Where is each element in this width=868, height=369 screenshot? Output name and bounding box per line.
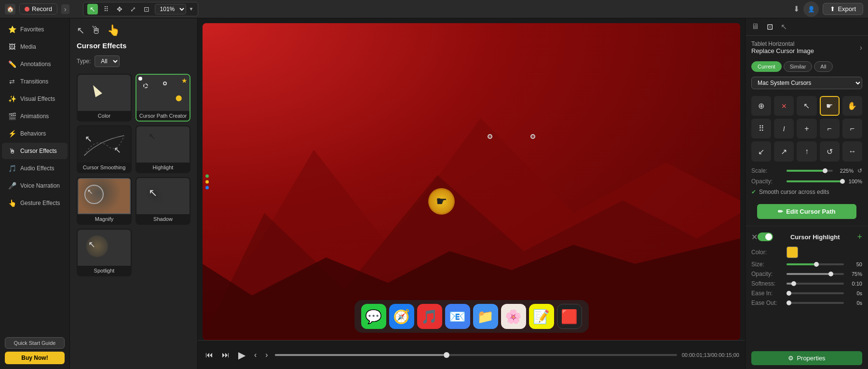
highlight-add-button[interactable]: + bbox=[857, 232, 862, 242]
highlight-size-slider[interactable] bbox=[787, 263, 844, 265]
buy-now-button[interactable]: Buy Now! bbox=[5, 352, 65, 364]
dock-icon-photos[interactable]: 🌸 bbox=[501, 304, 526, 329]
tab-similar[interactable]: Similar bbox=[784, 61, 813, 72]
highlight-ease-out-slider[interactable] bbox=[787, 302, 844, 304]
highlight-close-button[interactable]: ✕ bbox=[751, 232, 758, 242]
control-point-1[interactable] bbox=[488, 134, 492, 139]
sidebar-item-audio-effects[interactable]: 🎵 Audio Effects bbox=[2, 160, 68, 177]
dock-icon-messages[interactable]: 💬 bbox=[361, 304, 386, 329]
sidebar-item-annotations[interactable]: ✏️ Annotations bbox=[2, 56, 68, 72]
effect-card-spotlight[interactable]: ↖ Spotlight bbox=[77, 229, 132, 276]
type-select[interactable]: All bbox=[95, 55, 120, 67]
panel-collapse-icon[interactable]: › bbox=[860, 43, 862, 52]
timeline-handle[interactable] bbox=[444, 352, 449, 358]
sidebar-item-visual-effects[interactable]: ✨ Visual Effects bbox=[2, 91, 68, 107]
timeline-step-back-button[interactable]: ⏭ bbox=[220, 349, 231, 361]
export-button[interactable]: ⬆ Export bbox=[823, 3, 863, 15]
dock-icon-safari[interactable]: 🧭 bbox=[389, 304, 414, 329]
tab-current[interactable]: Current bbox=[751, 61, 782, 72]
cursor-cell-x[interactable]: ✕ bbox=[774, 96, 794, 116]
sidebar-item-gesture-effects[interactable]: 👆 Gesture Effects bbox=[2, 195, 68, 211]
effect-card-highlight[interactable]: ↖ Highlight bbox=[136, 125, 190, 173]
highlight-color-swatch[interactable] bbox=[787, 246, 798, 258]
cursor-cell-text[interactable]: I bbox=[774, 119, 794, 138]
zoom-select[interactable]: 101% bbox=[155, 4, 186, 14]
cursor-cell-arrow-up[interactable]: ↑ bbox=[797, 141, 816, 161]
expand-button[interactable]: › bbox=[61, 4, 69, 14]
smooth-checkbox[interactable]: ✔ bbox=[751, 189, 756, 195]
tab-icon-arrow[interactable]: ↖ bbox=[777, 18, 791, 35]
preview-canvas: ☛ 💬 🧭 🎵 📧 📁 🌸 📝 🟥 bbox=[203, 23, 740, 340]
sidebar-item-favorites[interactable]: ⭐ Favorites bbox=[2, 21, 68, 38]
cursor-cell-corner[interactable]: ⌐ bbox=[842, 119, 862, 138]
edit-cursor-path-button[interactable]: ✏ Edit Cursor Path bbox=[757, 204, 856, 219]
cursor-cell-diag1[interactable]: ↙ bbox=[751, 141, 771, 161]
smooth-cursor-row[interactable]: ✔ Smooth cursor across edits bbox=[746, 187, 868, 197]
gesture-effects-icon: 👆 bbox=[8, 199, 16, 207]
dock-icon-mail[interactable]: 📧 bbox=[445, 304, 470, 329]
timeline-prev-button[interactable]: ‹ bbox=[252, 349, 258, 361]
opacity-label: Opacity: bbox=[751, 178, 783, 185]
timeline-next-button[interactable]: › bbox=[263, 349, 270, 361]
cursor-cell-hand[interactable]: ☛ bbox=[820, 96, 840, 116]
highlight-ease-in-slider[interactable] bbox=[787, 292, 844, 294]
tab-icon-cursor[interactable]: ⊡ bbox=[763, 18, 777, 35]
dock-icon-notes[interactable]: 📝 bbox=[529, 304, 554, 329]
scale-tool[interactable]: ⤢ bbox=[128, 4, 138, 14]
sidebar-item-transitions[interactable]: ⇄ Transitions bbox=[2, 73, 68, 90]
cursor-cell-l-shape[interactable]: ⌐ bbox=[820, 119, 840, 138]
effect-card-cursor-path[interactable]: ★ ⬤ Cursor Path Creator bbox=[136, 74, 190, 122]
cursor-cell-plus[interactable]: + bbox=[797, 119, 816, 138]
replace-header: Tablet Horizontal Replace Cursor Image › bbox=[746, 36, 868, 59]
tab-all[interactable]: All bbox=[814, 61, 832, 72]
sidebar-item-voice-narration[interactable]: 🎤 Voice Narration bbox=[2, 178, 68, 194]
panel-title: Tablet Horizontal Replace Cursor Image bbox=[751, 41, 814, 55]
effects-header: ↖ 🖱 👆 Cursor Effects bbox=[70, 18, 197, 54]
highlight-opacity-slider[interactable] bbox=[787, 273, 844, 275]
crop-tool[interactable]: ⊡ bbox=[141, 4, 152, 14]
properties-button[interactable]: ⚙ Properties bbox=[751, 351, 862, 365]
dock-icon-focusfox[interactable]: 🟥 bbox=[557, 304, 582, 329]
effect-card-magnify[interactable]: ↖ Magnify bbox=[77, 177, 132, 225]
cursor-set-select[interactable]: Mac System Cursors bbox=[751, 77, 862, 89]
hand-cursor-icon[interactable]: 👆 bbox=[107, 24, 120, 37]
quick-start-button[interactable]: Quick Start Guide bbox=[5, 337, 65, 349]
sidebar-label-behaviors: Behaviors bbox=[20, 130, 46, 137]
scale-slider[interactable] bbox=[787, 170, 833, 172]
cursor-tool[interactable]: ↖ bbox=[87, 4, 98, 14]
reset-scale-icon[interactable]: ↺ bbox=[857, 167, 862, 174]
timeline-rewind-button[interactable]: ⏮ bbox=[203, 349, 215, 361]
move-tool[interactable]: ✥ bbox=[114, 4, 125, 14]
sidebar-item-cursor-effects[interactable]: 🖱 Cursor Effects bbox=[2, 143, 68, 159]
cursor-cell-hand2[interactable]: ✋ bbox=[842, 96, 862, 116]
cursor-cell-link[interactable]: ↔ bbox=[842, 141, 862, 161]
dots-tool[interactable]: ⠿ bbox=[101, 4, 111, 14]
sidebar-item-animations[interactable]: 🎬 Animations bbox=[2, 108, 68, 124]
scale-row: Scale: 225% ↺ bbox=[746, 165, 868, 176]
effect-card-color[interactable]: Color bbox=[77, 74, 132, 122]
highlight-softness-slider[interactable] bbox=[787, 283, 844, 285]
timeline-play-button[interactable]: ▶ bbox=[236, 347, 247, 363]
home-button[interactable]: 🏠 bbox=[5, 4, 15, 14]
highlight-toggle[interactable] bbox=[758, 232, 773, 241]
effect-card-shadow[interactable]: ↖ Shadow bbox=[136, 177, 190, 225]
favorites-icon: ⭐ bbox=[8, 25, 16, 34]
effect-card-cursor-smoothing[interactable]: ↖ ↖ Cursor Smoothing bbox=[77, 125, 132, 173]
cursor-cell-diag2[interactable]: ↗ bbox=[774, 141, 794, 161]
record-button[interactable]: Record bbox=[19, 3, 57, 14]
cursor-cell-loop[interactable]: ↺ bbox=[820, 141, 840, 161]
audio-effects-icon: 🎵 bbox=[8, 164, 16, 173]
cursor-cell-arrow[interactable]: ↖ bbox=[797, 96, 816, 116]
arrow-cursor-icon[interactable]: ↖ bbox=[77, 25, 85, 36]
tab-icon-monitor[interactable]: 🖥 bbox=[747, 18, 763, 35]
opacity-slider[interactable] bbox=[787, 180, 841, 182]
cursor-cell-crosshair[interactable]: ⊕ bbox=[751, 96, 771, 116]
dock-icon-files[interactable]: 📁 bbox=[473, 304, 498, 329]
cursor-cell-grip[interactable]: ⠿ bbox=[751, 119, 771, 138]
dock-icon-music[interactable]: 🎵 bbox=[417, 304, 442, 329]
timeline-progress[interactable] bbox=[275, 354, 677, 356]
pointer-cursor-icon[interactable]: 🖱 bbox=[91, 24, 101, 37]
sidebar-item-media[interactable]: 🖼 Media bbox=[2, 39, 68, 55]
sidebar-item-behaviors[interactable]: ⚡ Behaviors bbox=[2, 125, 68, 142]
highlight-softness-value: 0:10 bbox=[848, 281, 862, 287]
